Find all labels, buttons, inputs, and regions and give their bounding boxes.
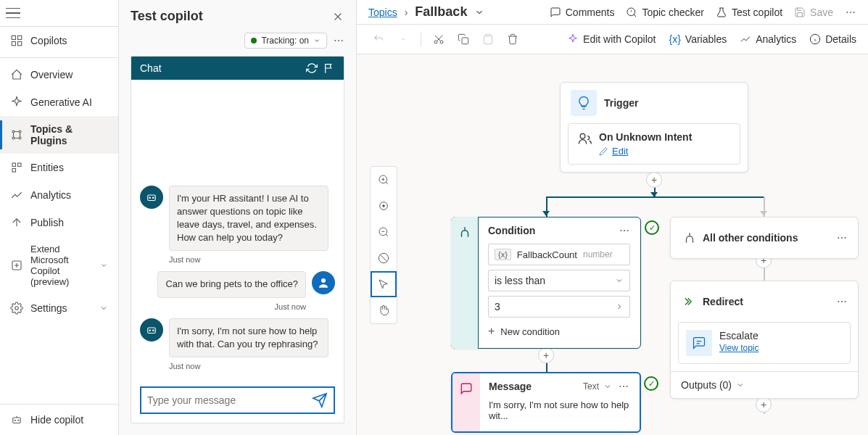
variable-selector[interactable]: {x} FallbackCount number — [488, 244, 630, 265]
svg-point-4 — [12, 130, 15, 133]
test-copilot-button[interactable]: Test copilot — [716, 7, 782, 18]
nav-entities[interactable]: Entities — [0, 154, 118, 181]
zoom-out-button[interactable] — [371, 219, 397, 245]
operator-selector[interactable]: is less than — [488, 270, 630, 291]
analytics-button[interactable]: Analytics — [740, 33, 796, 45]
select-tool-button[interactable] — [371, 271, 397, 297]
nav-copilots[interactable]: Copilots — [0, 27, 118, 54]
svg-rect-1 — [18, 36, 22, 39]
button-label: New condition — [500, 326, 560, 337]
save-button[interactable]: Save — [794, 7, 833, 18]
add-node-button[interactable]: + — [538, 347, 554, 363]
more-icon[interactable] — [333, 35, 344, 46]
zoom-reset-button[interactable] — [371, 245, 397, 271]
publish-icon — [10, 216, 23, 229]
redirect-node[interactable]: Redirect Escalate View topic Outputs (0) — [670, 281, 859, 399]
canvas[interactable]: + + + + Trigger On Unknown In — [357, 54, 868, 435]
nav-topics-plugins[interactable]: Topics & Plugins — [0, 116, 118, 154]
chevron-down-icon[interactable] — [603, 382, 612, 391]
tracking-toggle[interactable]: Tracking: on — [244, 33, 327, 49]
nav-extend[interactable]: Extend MicrosoftCopilot (preview) — [0, 236, 118, 294]
nav-generative-ai[interactable]: Generative AI — [0, 88, 118, 116]
svg-point-28 — [850, 12, 851, 13]
breadcrumb-topics[interactable]: Topics — [368, 7, 397, 18]
svg-rect-13 — [13, 418, 21, 423]
nav-overview[interactable]: Overview — [0, 61, 118, 88]
nav-analytics[interactable]: Analytics — [0, 181, 118, 209]
more-icon[interactable] — [836, 232, 848, 244]
extend-icon — [10, 259, 23, 272]
more-icon[interactable] — [845, 7, 856, 18]
hamburger-menu[interactable] — [6, 6, 20, 20]
value-input[interactable]: 3 — [488, 296, 630, 318]
zoom-fit-button[interactable] — [371, 193, 397, 219]
view-topic-link[interactable]: View topic — [719, 343, 759, 353]
variable-name: FallbackCount — [517, 249, 577, 260]
toolbar: Edit with Copilot {x} Variables Analytic… — [357, 25, 868, 54]
close-icon[interactable] — [331, 10, 344, 23]
escalate-box: Escalate View topic — [678, 322, 851, 364]
message-body[interactable]: I'm sorry, I'm not sure how to help wit.… — [452, 399, 640, 431]
chevron-down-icon[interactable] — [474, 7, 484, 17]
undo-button[interactable] — [368, 29, 389, 49]
svg-rect-10 — [12, 169, 16, 173]
comments-button[interactable]: Comments — [550, 7, 615, 18]
delete-button[interactable] — [503, 29, 523, 49]
more-icon[interactable] — [836, 296, 848, 307]
edit-link[interactable]: Edit — [612, 146, 628, 157]
trigger-node[interactable]: Trigger On Unknown Intent Edit — [560, 82, 748, 173]
svg-point-16 — [334, 40, 336, 41]
details-button[interactable]: Details — [809, 33, 856, 45]
zoom-in-button[interactable] — [371, 167, 397, 193]
copy-button[interactable] — [453, 29, 474, 49]
more-icon[interactable] — [618, 381, 629, 392]
cut-button[interactable] — [429, 29, 449, 49]
nav-publish[interactable]: Publish — [0, 209, 118, 236]
message-node[interactable]: ✓ Message Text I'm sorry, I'm not sure h… — [451, 372, 641, 433]
chat-input-container — [140, 386, 335, 414]
bot-avatar — [140, 186, 163, 209]
nav-label: Copilot (preview) — [30, 265, 93, 287]
chat-header-title: Chat — [140, 62, 300, 74]
svg-point-43 — [841, 301, 843, 302]
trigger-subtitle: On Unknown Intent — [599, 131, 692, 143]
hide-copilot-button[interactable]: Hide copilot — [0, 404, 118, 435]
svg-point-39 — [838, 237, 839, 239]
variables-button[interactable]: {x} Variables — [669, 33, 727, 45]
redo-dropdown[interactable] — [393, 29, 413, 49]
add-node-button[interactable]: + — [756, 397, 772, 413]
add-node-button[interactable]: + — [646, 172, 662, 188]
branch-icon — [677, 223, 703, 252]
button-label: Topic checker — [642, 7, 704, 18]
more-icon[interactable] — [619, 225, 630, 236]
bot-icon — [10, 413, 23, 426]
timestamp: Just now — [169, 255, 335, 264]
paste-button[interactable] — [478, 29, 498, 49]
all-other-conditions-node[interactable]: All other conditions — [670, 217, 859, 259]
entities-icon — [10, 161, 23, 174]
branch-icon — [451, 217, 479, 349]
send-icon[interactable] — [312, 392, 328, 408]
chevron-down-icon — [99, 304, 108, 312]
svg-rect-2 — [12, 42, 15, 46]
refresh-icon[interactable] — [306, 62, 318, 74]
outputs-label: Outputs (0) — [681, 379, 732, 391]
lightbulb-icon — [571, 90, 597, 116]
analytics-icon — [10, 188, 23, 202]
svg-point-18 — [342, 40, 343, 41]
svg-point-25 — [153, 330, 154, 331]
svg-rect-32 — [462, 38, 468, 44]
svg-point-50 — [383, 204, 385, 207]
chat-input[interactable] — [147, 394, 312, 406]
edit-with-copilot-button[interactable]: Edit with Copilot — [567, 33, 656, 45]
outputs-toggle[interactable]: Outputs (0) — [671, 371, 858, 398]
analytics-icon — [740, 33, 751, 45]
zoom-controls — [370, 166, 397, 324]
svg-point-7 — [19, 137, 21, 139]
nav-settings[interactable]: Settings — [0, 294, 118, 322]
pan-tool-button[interactable] — [371, 297, 397, 323]
condition-node[interactable]: ✓ Condition {x} FallbackCount number is … — [451, 217, 641, 349]
new-condition-button[interactable]: + New condition — [488, 325, 630, 338]
topic-checker-button[interactable]: Topic checker — [626, 7, 704, 18]
flag-icon[interactable] — [323, 62, 335, 74]
